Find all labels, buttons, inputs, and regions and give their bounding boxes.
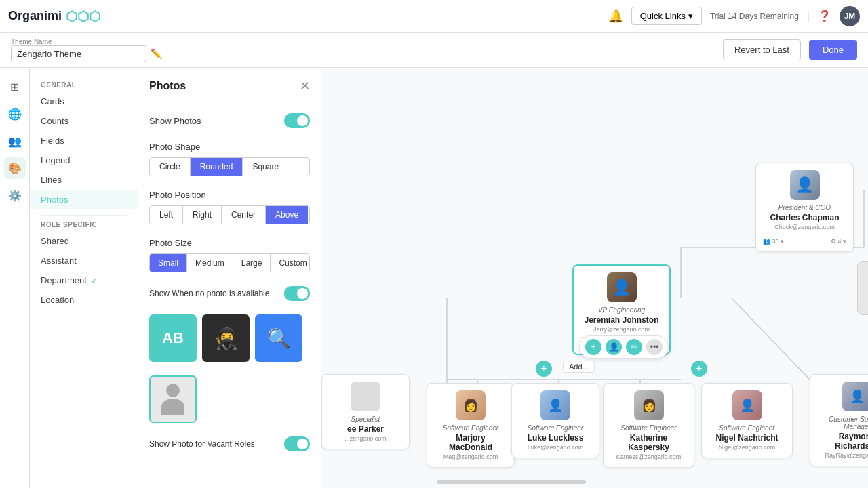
- cs-photo: 👤: [842, 382, 868, 411]
- silhouette-body: [161, 399, 184, 415]
- eng2-photo: 👤: [540, 390, 570, 420]
- eng3-card[interactable]: 👩 Software Engineer Katherine Kaspersky …: [603, 383, 694, 468]
- theme-label: Theme Name: [11, 38, 162, 45]
- nav-location[interactable]: Location: [30, 290, 138, 310]
- cs-email: RayRay@zengario.com: [825, 452, 868, 459]
- nav-photos[interactable]: Photos: [30, 190, 138, 209]
- notification-bell[interactable]: 🔔: [608, 9, 623, 24]
- coo-card[interactable]: 👤 President & COO Charles Chapman Chuck@…: [755, 163, 854, 252]
- chevron-down-icon: ▾: [688, 11, 693, 21]
- nav-counts[interactable]: Counts: [30, 111, 138, 131]
- shape-rounded-btn[interactable]: Rounded: [191, 158, 243, 176]
- eng4-card[interactable]: 👤 Software Engineer Nigel Nachtricht Nig…: [701, 383, 793, 458]
- photo-size-section: Photo Size Small Medium Large Custom: [149, 238, 310, 272]
- add-right-btn[interactable]: +: [691, 361, 707, 377]
- eng1-email: Meg@zengario.com: [443, 453, 498, 460]
- photo-size-group: Small Medium Large Custom: [149, 253, 310, 272]
- trial-text: Trial 14 Days Remaining: [710, 12, 799, 21]
- person-action-icon[interactable]: 👤: [606, 339, 622, 355]
- photos-title: Photos: [149, 80, 186, 92]
- cs-card[interactable]: 👤 Customer Success Manager Raymond Richa…: [810, 374, 868, 466]
- home-icon-btn[interactable]: ⊞: [4, 76, 26, 98]
- shape-square-btn[interactable]: Square: [243, 158, 288, 176]
- position-right-btn[interactable]: Right: [183, 206, 222, 224]
- help-button[interactable]: ❓: [818, 9, 831, 22]
- vp-action-icons: + 👤 ✏ •••: [579, 336, 669, 359]
- eng1-card[interactable]: 👩 Software Engineer Marjory MacDonald Me…: [427, 383, 515, 468]
- theme-bar: Theme Name ✏️ Revert to Last Done: [0, 33, 868, 68]
- position-above-btn[interactable]: Above: [266, 206, 308, 224]
- coo-photo: 👤: [790, 170, 820, 200]
- coo-name: Charles Chapman: [770, 213, 839, 222]
- nav-assistant[interactable]: Assistant: [30, 251, 138, 270]
- placeholder-search[interactable]: 🔍: [255, 314, 302, 362]
- people-icon-btn[interactable]: 👥: [4, 130, 26, 152]
- show-vacant-toggle[interactable]: [284, 436, 310, 451]
- show-no-photo-row: Show When no photo is available: [149, 286, 310, 301]
- done-button[interactable]: Done: [809, 40, 857, 60]
- role-specific-section-label: ROLE SPECIFIC: [30, 216, 138, 231]
- coo-footer: 👥 33 ▾ ⚙ 4 ▾: [763, 235, 846, 245]
- settings-panel: GENERAL Cards Counts Fields Legend Lines…: [30, 68, 138, 488]
- show-photos-toggle[interactable]: [284, 113, 310, 128]
- nav-lines[interactable]: Lines: [30, 170, 138, 190]
- nav-shared[interactable]: Shared: [30, 231, 138, 251]
- close-button[interactable]: ✕: [300, 79, 310, 94]
- theme-name-input[interactable]: [11, 45, 146, 62]
- gray-card-1: [857, 261, 868, 315]
- eng2-name: Luke Luckless: [528, 433, 584, 443]
- position-left-btn[interactable]: Left: [150, 206, 183, 224]
- placeholder-initials[interactable]: AB: [149, 314, 197, 362]
- specialist-email: ...zengario.com: [344, 435, 387, 442]
- photos-header: Photos ✕: [138, 68, 321, 102]
- theme-name-group: Theme Name ✏️: [11, 38, 162, 62]
- size-large-btn[interactable]: Large: [233, 254, 271, 272]
- specialist-card[interactable]: Specialist ee Parker ...zengario.com: [321, 374, 410, 449]
- photo-position-group: Left Right Center Above: [149, 205, 310, 224]
- eng1-role: Software Engineer: [443, 424, 498, 432]
- eng4-role: Software Engineer: [719, 424, 774, 432]
- nav-department[interactable]: Department ✓: [30, 270, 138, 290]
- more-action-icon[interactable]: •••: [646, 339, 663, 355]
- show-no-photo-label: Show When no photo is available: [149, 289, 269, 298]
- avatar[interactable]: JM: [840, 6, 860, 26]
- settings-icon-btn[interactable]: 🎨: [4, 157, 26, 179]
- size-medium-btn[interactable]: Medium: [187, 254, 233, 272]
- nav-cards[interactable]: Cards: [30, 92, 138, 111]
- photo-shape-section: Photo Shape Circle Rounded Square: [149, 142, 310, 176]
- photo-position-label: Photo Position: [149, 190, 310, 200]
- org-chart-icon-btn[interactable]: 🌐: [4, 103, 26, 125]
- shape-circle-btn[interactable]: Circle: [150, 158, 191, 176]
- logo-icon: ⬡⬡⬡: [66, 8, 100, 24]
- eng2-card[interactable]: 👤 Software Engineer Luke Luckless Luke@z…: [511, 383, 599, 458]
- size-small-btn[interactable]: Small: [150, 254, 187, 272]
- nav-fields[interactable]: Fields: [30, 131, 138, 150]
- quick-links-button[interactable]: Quick Links ▾: [631, 7, 702, 25]
- vp-role: VP Engineering: [598, 306, 645, 314]
- edit-action-icon[interactable]: ✏: [626, 339, 642, 355]
- cs-name: Raymond Richardson: [817, 432, 868, 451]
- placeholder-silhouette[interactable]: [149, 375, 197, 423]
- specialist-name: ee Parker: [347, 424, 384, 434]
- org-chart-area[interactable]: 👤 President & COO Charles Chapman Chuck@…: [321, 68, 868, 488]
- vp-name: Jeremiah Johnston: [584, 315, 658, 325]
- logo: Organimi ⬡⬡⬡: [8, 8, 100, 24]
- check-icon: ✓: [91, 276, 98, 285]
- position-center-btn[interactable]: Center: [222, 206, 266, 224]
- placeholder-ninja[interactable]: 🥷: [202, 314, 250, 362]
- gear-icon-btn[interactable]: ⚙️: [4, 184, 26, 206]
- horizontal-scrollbar[interactable]: [437, 480, 586, 484]
- show-photos-row: Show Photos: [149, 113, 310, 128]
- specialist-role: Specialist: [351, 415, 380, 423]
- eng3-email: Katness@zengario.com: [616, 453, 682, 460]
- eng4-name: Nigel Nachtricht: [715, 433, 778, 443]
- revert-button[interactable]: Revert to Last: [723, 39, 801, 60]
- eng3-name: Katherine Kaspersky: [610, 433, 687, 452]
- eng1-photo: 👩: [456, 390, 486, 420]
- show-no-photo-toggle[interactable]: [284, 286, 310, 301]
- add-left-btn[interactable]: +: [536, 361, 552, 377]
- size-custom-btn[interactable]: Custom: [271, 254, 310, 272]
- edit-icon[interactable]: ✏️: [151, 48, 162, 59]
- add-action-icon[interactable]: +: [585, 339, 601, 355]
- nav-legend[interactable]: Legend: [30, 150, 138, 170]
